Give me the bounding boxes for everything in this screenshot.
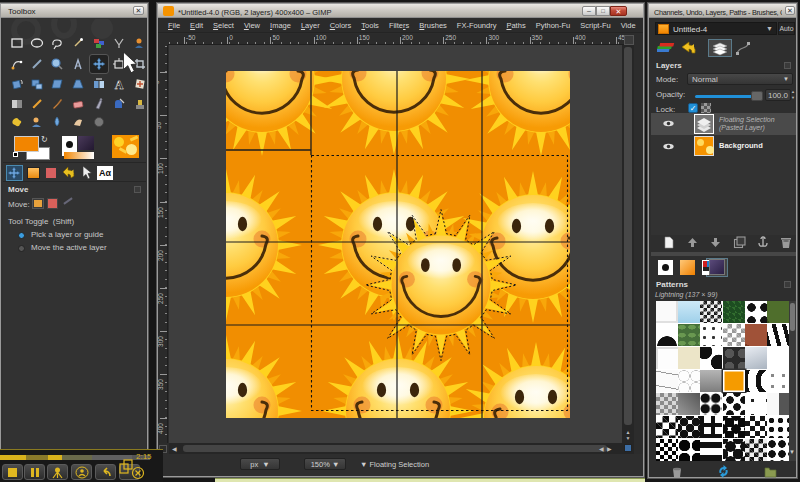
- svg-text:A: A: [115, 78, 124, 91]
